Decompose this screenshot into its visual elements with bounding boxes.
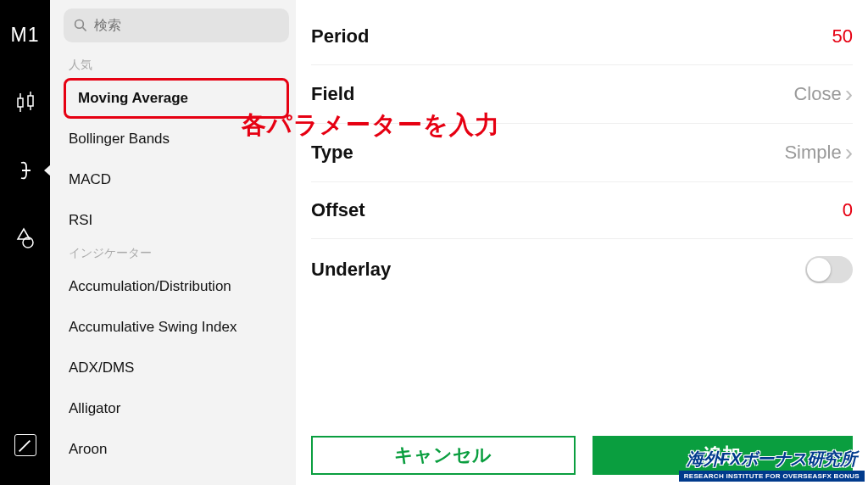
chevron-right-icon: › xyxy=(845,82,853,106)
section-popular: 人気 xyxy=(57,53,296,78)
annotation-text: 各パラメーターを入力 xyxy=(242,109,500,142)
underlay-toggle[interactable] xyxy=(805,256,853,283)
watermark: 海外FXボーナス研究所 RESEARCH INSTITUTE FOR OVERS… xyxy=(679,448,865,482)
param-period[interactable]: Period 50 xyxy=(311,19,853,65)
underlay-label: Underlay xyxy=(311,259,391,281)
sidebar-item[interactable]: Alligator xyxy=(57,388,296,429)
svg-rect-1 xyxy=(18,98,23,107)
section-indicators: インジケーター xyxy=(57,241,296,266)
period-value[interactable]: 50 xyxy=(832,25,853,47)
offset-label: Offset xyxy=(311,199,365,221)
sidebar-item-macd[interactable]: MACD xyxy=(57,159,296,200)
param-underlay[interactable]: Underlay xyxy=(311,239,853,300)
period-label: Period xyxy=(311,25,369,47)
param-offset[interactable]: Offset 0 xyxy=(311,182,853,239)
watermark-subtitle: RESEARCH INSTITUTE FOR OVERSEASFX BONUS xyxy=(679,471,865,482)
sidebar-item[interactable]: Aroon xyxy=(57,429,296,470)
watermark-title: 海外FXボーナス研究所 xyxy=(679,448,865,471)
type-label: Type xyxy=(311,142,353,164)
offset-value[interactable]: 0 xyxy=(843,199,853,221)
type-value[interactable]: Simple› xyxy=(784,141,853,164)
sidebar-item-rsi[interactable]: RSI xyxy=(57,200,296,241)
timeframe-button[interactable]: M1 xyxy=(0,10,50,59)
svg-point-8 xyxy=(75,20,84,29)
function-icon[interactable] xyxy=(0,146,50,195)
sidebar-item[interactable]: ADX/DMS xyxy=(57,348,296,388)
indicator-sidebar: 人気 Moving Average Bollinger Bands MACD R… xyxy=(50,0,296,485)
svg-rect-4 xyxy=(28,96,33,106)
parameters-panel: Period 50 Field Close› Type Simple› Offs… xyxy=(296,0,868,485)
shapes-icon[interactable] xyxy=(0,214,50,263)
sidebar-item[interactable]: Accumulative Swing Index xyxy=(57,307,296,348)
candlestick-icon[interactable] xyxy=(0,78,50,127)
field-value[interactable]: Close› xyxy=(793,82,853,106)
search-input[interactable] xyxy=(64,8,289,42)
left-toolbar: M1 xyxy=(0,0,50,485)
sidebar-item[interactable]: Accumulation/Distribution xyxy=(57,266,296,307)
chevron-right-icon: › xyxy=(845,141,853,164)
field-label: Field xyxy=(311,83,354,105)
search-field[interactable] xyxy=(94,18,279,33)
cancel-button[interactable]: キャンセル xyxy=(311,436,576,475)
svg-line-9 xyxy=(83,27,86,31)
edit-icon[interactable] xyxy=(0,421,50,470)
